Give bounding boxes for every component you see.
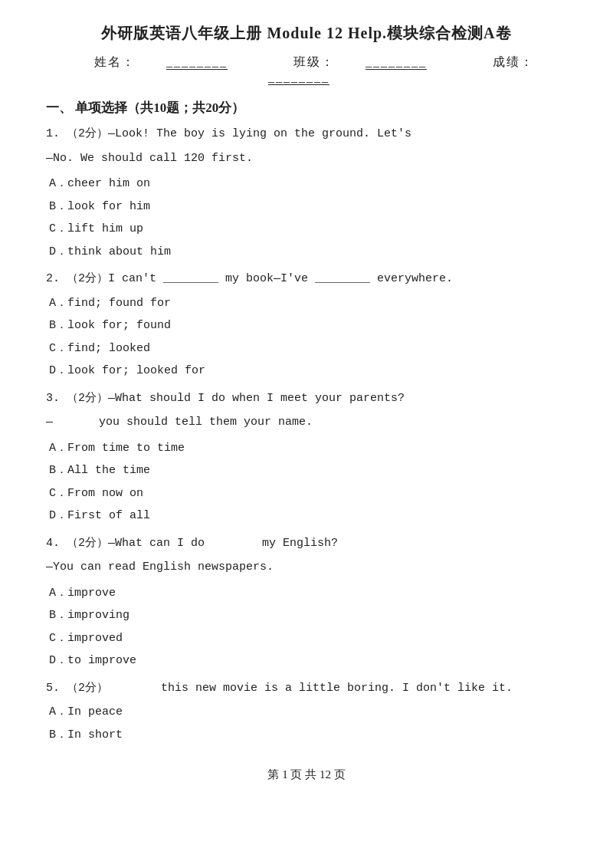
question-3-option-a: A．From time to time bbox=[46, 439, 567, 459]
question-2-option-b: B．look for; found bbox=[46, 316, 567, 336]
class-blank: ________ bbox=[366, 55, 427, 70]
header-info: 姓名：________ 班级：________ 成绩：________ bbox=[46, 54, 567, 85]
question-4: 4. （2分）—What can I do my English? —You c… bbox=[46, 534, 567, 671]
question-2-option-d: D．look for; looked for bbox=[46, 361, 567, 381]
question-4-option-a: A．improve bbox=[46, 584, 567, 603]
question-1-option-b: B．look for him bbox=[46, 197, 567, 217]
questions-container: 1. （2分）—Look! The boy is lying on the gr… bbox=[46, 124, 567, 745]
question-2: 2. （2分）I can't ________ my book—I've ___… bbox=[46, 269, 567, 381]
question-3: 3. （2分）—What should I do when I meet you… bbox=[46, 389, 567, 526]
question-5-option-a: A．In peace bbox=[46, 702, 567, 722]
question-4-stem: 4. （2分）—What can I do my English? bbox=[46, 534, 567, 554]
question-3-follow: — you should tell them your name. bbox=[46, 413, 567, 432]
question-3-option-b: B．All the time bbox=[46, 461, 567, 481]
question-2-option-c: C．find; looked bbox=[46, 339, 567, 359]
section1-title: 一、 单项选择（共10题；共20分） bbox=[46, 99, 567, 117]
name-blank: ________ bbox=[166, 55, 228, 70]
question-1-option-d: D．think about him bbox=[46, 242, 567, 262]
page-footer: 第 1 页 共 12 页 bbox=[46, 768, 567, 782]
name-label: 姓名：________ bbox=[79, 55, 247, 68]
question-3-stem: 3. （2分）—What should I do when I meet you… bbox=[46, 389, 567, 409]
question-1-option-c: C．lift him up bbox=[46, 219, 567, 239]
question-5: 5. （2分） this new movie is a little borin… bbox=[46, 679, 567, 745]
question-5-stem: 5. （2分） this new movie is a little borin… bbox=[46, 679, 567, 699]
question-3-option-d: D．First of all bbox=[46, 506, 567, 526]
question-1: 1. （2分）—Look! The boy is lying on the gr… bbox=[46, 124, 567, 261]
score-blank: ________ bbox=[268, 71, 329, 85]
question-5-option-b: B．In short bbox=[46, 725, 567, 745]
question-2-stem: 2. （2分）I can't ________ my book—I've ___… bbox=[46, 269, 567, 289]
class-label: 班级：________ bbox=[278, 55, 447, 68]
question-1-option-a: A．cheer him on bbox=[46, 174, 567, 194]
question-3-option-c: C．From now on bbox=[46, 484, 567, 504]
question-2-option-a: A．find; found for bbox=[46, 294, 567, 314]
question-4-follow: —You can read English newspapers. bbox=[46, 557, 567, 577]
question-4-option-b: B．improving bbox=[46, 606, 567, 626]
question-4-option-c: C．improved bbox=[46, 629, 567, 649]
question-1-follow: —No. We should call 120 first. bbox=[46, 149, 567, 169]
question-1-stem: 1. （2分）—Look! The boy is lying on the gr… bbox=[46, 124, 567, 144]
page-title: 外研版英语八年级上册 Module 12 Help.模块综合检测A卷 bbox=[46, 23, 567, 44]
question-4-option-d: D．to improve bbox=[46, 651, 567, 671]
